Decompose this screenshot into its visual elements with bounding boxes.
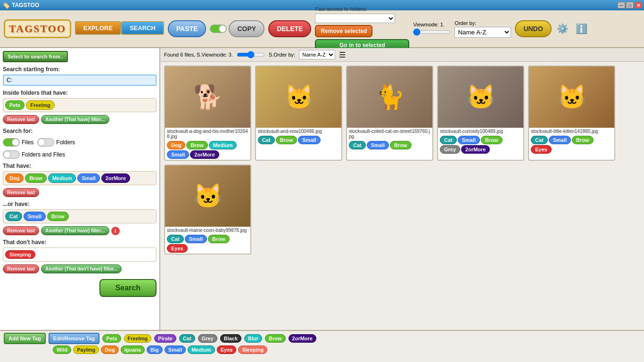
img4-tag-small[interactable]: Small (458, 136, 480, 144)
another-have-inside-btn[interactable]: Another (That have) filter... (41, 115, 109, 124)
img6-tag-eyes[interactable]: Eyes (167, 244, 188, 253)
bottom-tag-freelmg[interactable]: Freelmg (124, 334, 152, 343)
bottom-tag-big[interactable]: Big (147, 346, 163, 354)
img6-tag-small[interactable]: Small (185, 235, 207, 243)
image-card-4[interactable]: 🐱 stockvault-curiosity100489.jpg Cat Sma… (437, 66, 524, 161)
remove-last-inside-btn[interactable]: Remove last (3, 115, 39, 124)
img5-tag-small[interactable]: Small (549, 136, 571, 144)
img3-tag-cat[interactable]: Cat (349, 141, 366, 149)
info-badge: i (111, 227, 120, 235)
img4-tag-cat[interactable]: Cat (440, 136, 457, 144)
copy-toggle[interactable] (210, 25, 227, 33)
bottom-tag-blur[interactable]: Blur (244, 334, 262, 343)
img4-tag-grey[interactable]: Grey (440, 145, 460, 154)
tag-pets-inside[interactable]: Pets (5, 100, 25, 110)
tag-sleeping-donthave[interactable]: Sleeping (5, 250, 35, 259)
bottom-bar-row2: Wild PayImg Dog Iguana Big Small Medium … (4, 346, 640, 354)
minimize-button[interactable]: ─ (618, 2, 625, 8)
image-card-1[interactable]: 🐕 stockvault-a-dog-and-his-mother102648.… (164, 66, 251, 161)
img6-tag-cat[interactable]: Cat (167, 235, 184, 243)
paste-button[interactable]: PASTE (168, 20, 206, 37)
list-view-icon[interactable]: ☰ (339, 50, 346, 59)
img3-tag-brow[interactable]: Brow (390, 141, 412, 149)
img5-tag-eyes[interactable]: Eyes (531, 145, 552, 154)
bottom-tag-brow[interactable]: Brow (265, 334, 286, 343)
img2-tag-brow[interactable]: Brow (276, 136, 297, 144)
bottom-tag-pets[interactable]: Pets (102, 334, 121, 343)
another-have-btn[interactable]: Another (That have) filter... (41, 226, 109, 235)
tag-dog-have[interactable]: Dog (5, 173, 24, 183)
viewmode-slider[interactable] (413, 28, 451, 36)
that-have-tags: Dog Brow Medium Small 2orMore (3, 171, 157, 185)
fast-access-select[interactable] (315, 14, 395, 23)
img1-tag-medium[interactable]: Medium (209, 141, 237, 149)
close-button[interactable]: ✕ (635, 2, 642, 8)
viewmode-section: Viewmode: 1. (413, 22, 451, 36)
image-2-tags: Cat Brow Small (256, 135, 341, 145)
bottom-tag-payimg[interactable]: PayImg (73, 346, 99, 354)
bottom-tag-grey[interactable]: Grey (198, 334, 217, 343)
remove-last-donthave-btn[interactable]: Remove last (3, 264, 39, 273)
files-label: Files (22, 139, 33, 146)
remove-last-orhave-btn[interactable]: Remove last (3, 226, 39, 235)
image-card-2[interactable]: 🐱 stockvault-and-now100486.jpg Cat Brow … (255, 66, 342, 161)
search-from-input[interactable] (3, 74, 157, 86)
image-card-3[interactable]: 🐈 stockvault-coiled-cat-on-street169760.… (346, 66, 433, 161)
another-donthave-btn[interactable]: Another (That don't have) filter... (41, 264, 122, 273)
bottom-tag-eyes[interactable]: Eyes (217, 346, 237, 354)
tag-brow-orhave[interactable]: Brow (47, 212, 69, 221)
add-new-tag-button[interactable]: Add New Tag (4, 333, 46, 344)
bottom-tag-medium[interactable]: Medium (188, 346, 215, 354)
tag-brow-have[interactable]: Brow (25, 173, 47, 183)
bottom-tag-pirate[interactable]: Pirate (154, 334, 176, 343)
bottom-tag-black[interactable]: Black (220, 334, 241, 343)
bottom-tag-small[interactable]: Small (165, 346, 186, 354)
tag-freelmg-inside[interactable]: Freelmg (26, 100, 55, 110)
img4-tag-brow[interactable]: Brow (481, 136, 503, 144)
tag-small-orhave[interactable]: Small (24, 212, 46, 221)
copy-button[interactable]: COPY (229, 20, 264, 37)
info-icon[interactable]: ℹ️ (574, 21, 589, 36)
img1-tag-dog[interactable]: Dog (167, 141, 185, 149)
img2-tag-cat[interactable]: Cat (258, 136, 275, 144)
files-toggle-track[interactable] (3, 138, 20, 147)
image-card-6[interactable]: 🐱 stockvault-maine-coon-baby99878.jpg Ca… (164, 165, 251, 255)
edit-remove-tag-button[interactable]: Edit/Remove Tag (49, 333, 99, 344)
maximize-button[interactable]: □ (626, 2, 634, 8)
img6-tag-brow[interactable]: Brow (208, 235, 230, 243)
bottom-tag-2ormore[interactable]: 2orMore (289, 334, 316, 343)
img1-tag-small[interactable]: Small (167, 150, 189, 159)
explore-tab[interactable]: EXPLORE (75, 21, 121, 35)
folders-toggle-track[interactable] (37, 138, 54, 147)
settings-icon[interactable]: ⚙️ (555, 21, 570, 36)
bottom-tag-sleeping[interactable]: Sleeping (238, 346, 267, 354)
viewmode-results-slider[interactable] (237, 51, 265, 58)
select-search-button[interactable]: Select to search from.. (3, 51, 68, 62)
remove-last-have-btn[interactable]: Remove last (3, 188, 39, 197)
image-card-5[interactable]: 🐱 stockvault-little-kitten141880.jpg Cat… (528, 66, 615, 161)
tag-small-have[interactable]: Small (77, 173, 99, 183)
or-have-label: ...or have: (3, 201, 157, 207)
bottom-tag-cat[interactable]: Cat (179, 334, 195, 343)
folders-files-toggle-track[interactable] (3, 150, 20, 159)
img2-tag-small[interactable]: Small (298, 136, 320, 144)
img4-tag-2ormore[interactable]: 2orMore (461, 145, 490, 154)
delete-button[interactable]: DELETE (268, 20, 311, 37)
tag-medium-have[interactable]: Medium (48, 173, 76, 183)
img5-tag-brow[interactable]: Brow (572, 136, 594, 144)
bottom-tag-dog[interactable]: Dog (101, 346, 118, 354)
orderby-select[interactable]: Name A-Z Name Z-A Date Size (454, 27, 511, 38)
search-tab[interactable]: SEARCH (121, 21, 164, 35)
s-orderby-select[interactable]: Name A-Z Name Z-A Date (299, 50, 335, 59)
img5-tag-cat[interactable]: Cat (531, 136, 548, 144)
tag-cat-orhave[interactable]: Cat (5, 212, 22, 221)
img3-tag-small[interactable]: Small (367, 141, 389, 149)
bottom-tag-iguana[interactable]: Iguana (121, 346, 145, 354)
tag-2ormore-have[interactable]: 2orMore (101, 173, 130, 183)
img1-tag-brow[interactable]: Brow (186, 141, 208, 149)
bottom-tag-wild[interactable]: Wild (53, 346, 71, 354)
search-button[interactable]: Search (99, 279, 157, 297)
undo-button[interactable]: UNDO (515, 20, 551, 37)
img1-tag-2ormore[interactable]: 2orMore (190, 150, 219, 159)
remove-selected-button[interactable]: Remove selected (315, 25, 372, 37)
